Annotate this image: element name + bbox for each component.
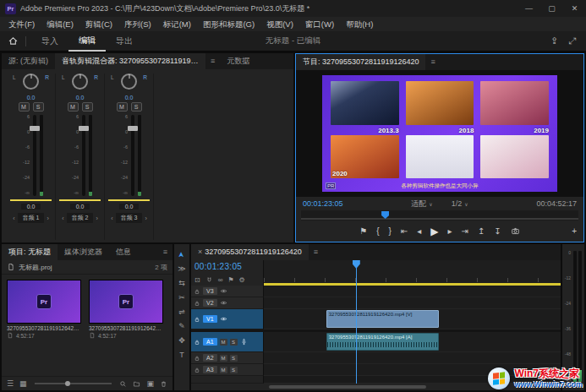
lock-icon[interactable]: [194, 339, 200, 346]
icon-view-button[interactable]: ▦: [19, 379, 27, 388]
ripple-edit-tool[interactable]: ⇆: [178, 280, 185, 287]
tab-info[interactable]: 信息: [109, 244, 138, 260]
selection-tool[interactable]: ➤: [178, 252, 185, 259]
tab-sequence[interactable]: ×32709553072811919126420: [191, 244, 309, 260]
menu-item-file[interactable]: 文件(F): [3, 17, 41, 31]
solo-button[interactable]: S: [230, 355, 238, 362]
clip-thumbnail[interactable]: Pr: [7, 280, 81, 324]
eye-icon[interactable]: [220, 299, 227, 307]
export-frame-button[interactable]: [511, 226, 520, 236]
fader-handle[interactable]: [79, 126, 89, 131]
new-item-button[interactable]: ▣: [146, 379, 154, 388]
menu-item-markers[interactable]: 标记(M): [157, 17, 197, 31]
program-scrubber[interactable]: [301, 210, 578, 220]
tab-source-monitor[interactable]: 源: (无剪辑): [2, 53, 55, 69]
menu-item-window[interactable]: 窗口(W): [299, 17, 340, 31]
fader-handle[interactable]: [30, 126, 40, 131]
project-item[interactable]: Pr 32709553072811919126420.mp4 4:52:17: [89, 280, 163, 371]
menu-item-sequence[interactable]: 序列(S): [118, 17, 157, 31]
panel-menu-icon[interactable]: ≡: [309, 244, 323, 260]
go-to-out-button[interactable]: ⇥: [462, 227, 468, 236]
lock-icon[interactable]: [194, 316, 200, 323]
slip-tool[interactable]: ⇌: [178, 308, 185, 316]
current-timecode[interactable]: 00:01:23:05: [303, 199, 375, 208]
solo-button[interactable]: S: [82, 102, 93, 112]
panel-menu-icon[interactable]: ≡: [425, 54, 440, 70]
hand-tool[interactable]: ✥: [178, 337, 185, 345]
track-header-a2[interactable]: A2 M S: [191, 352, 264, 364]
prev-track-icon[interactable]: ‹: [13, 215, 14, 221]
lock-icon[interactable]: [194, 288, 200, 295]
list-view-button[interactable]: ☰: [7, 379, 14, 388]
solo-button[interactable]: S: [33, 102, 44, 112]
linked-selection-icon[interactable]: ∞: [218, 276, 223, 284]
menu-item-edit[interactable]: 编辑(E): [41, 17, 79, 31]
track-name[interactable]: V1: [203, 315, 217, 323]
mic-icon[interactable]: [240, 338, 248, 346]
track-header-a1[interactable]: A1 M S: [191, 332, 264, 352]
track-v1-content[interactable]: 32709553072811919126420.mp4 [V]: [264, 309, 561, 329]
razor-tool[interactable]: ✂: [178, 294, 185, 302]
mute-button[interactable]: M: [220, 339, 227, 346]
add-marker-icon[interactable]: ⚑: [227, 276, 233, 284]
close-button[interactable]: ✕: [563, 0, 586, 17]
track-name[interactable]: A3: [203, 366, 217, 373]
clip-thumbnail[interactable]: Pr: [89, 280, 163, 324]
bin-name[interactable]: 无标题.proj: [19, 263, 52, 272]
play-button[interactable]: ▶: [430, 226, 438, 237]
prev-track-icon[interactable]: ‹: [62, 215, 63, 221]
menu-item-graphics[interactable]: 图形和标题(G): [197, 17, 260, 31]
audio-clip[interactable]: 32709553072811919126420.mp4 [A]: [326, 333, 439, 351]
minimize-button[interactable]: —: [518, 0, 540, 17]
tab-metadata[interactable]: 元数据: [220, 53, 256, 69]
fader-track[interactable]: [131, 115, 134, 196]
pan-knob[interactable]: [121, 74, 137, 90]
timeline-timecode[interactable]: 00:01:23:05: [194, 262, 260, 271]
step-forward-button[interactable]: ▸: [448, 227, 452, 236]
home-icon[interactable]: [0, 35, 25, 46]
track-header-v3[interactable]: V3: [191, 286, 264, 297]
mute-button[interactable]: M: [117, 102, 128, 112]
menu-item-view[interactable]: 视图(V): [260, 17, 299, 31]
snap-icon[interactable]: [205, 276, 213, 284]
panel-menu-icon[interactable]: ≡: [205, 53, 220, 69]
track-name[interactable]: V3: [203, 287, 217, 295]
workspace-tab-export[interactable]: 导出: [106, 32, 143, 51]
menu-item-clip[interactable]: 剪辑(C): [79, 17, 118, 31]
solo-button[interactable]: S: [131, 102, 142, 112]
workspace-tab-import[interactable]: 导入: [31, 32, 68, 51]
mute-button[interactable]: M: [68, 102, 79, 112]
tab-media-browser[interactable]: 媒体浏览器: [58, 244, 109, 260]
fader-handle[interactable]: [128, 126, 138, 131]
program-video-area[interactable]: 2013.3 2018 2019 2020 各种剪辑软件操作也是大同小异 PR: [296, 70, 583, 197]
project-item[interactable]: Pr 32709553072811919126420.mp4 4:52:17: [7, 280, 81, 371]
zoom-slider[interactable]: [35, 383, 112, 384]
track-a2-content[interactable]: [264, 352, 561, 364]
mark-out-button[interactable]: }: [389, 227, 392, 236]
solo-button[interactable]: S: [230, 367, 238, 373]
add-marker-button[interactable]: ⚑: [359, 227, 367, 236]
lock-icon[interactable]: [194, 300, 200, 307]
track-header-a3[interactable]: A3 M S: [191, 364, 264, 376]
type-tool[interactable]: T: [179, 351, 184, 359]
video-clip[interactable]: 32709553072811919126420.mp4 [V]: [326, 310, 439, 328]
timeline-ruler[interactable]: [264, 260, 561, 286]
track-v3-content[interactable]: [264, 286, 561, 297]
tab-program-monitor[interactable]: 节目: 32709553072811919126420: [296, 54, 425, 70]
track-v2-content[interactable]: [264, 297, 561, 309]
menu-item-help[interactable]: 帮助(H): [340, 17, 379, 31]
solo-button[interactable]: S: [230, 339, 238, 346]
button-editor-button[interactable]: +: [572, 227, 577, 236]
delete-button[interactable]: [160, 379, 167, 388]
timeline-settings-icon[interactable]: ⚙: [239, 276, 245, 284]
lock-icon[interactable]: [194, 355, 200, 362]
tab-audio-track-mixer[interactable]: 音轨剪辑混合器: 32709553072811919126420: [55, 53, 205, 69]
find-button[interactable]: [119, 379, 127, 388]
prev-track-icon[interactable]: ‹: [111, 215, 112, 221]
fader-track[interactable]: [33, 115, 36, 196]
maximize-button[interactable]: ▢: [540, 0, 563, 17]
scrollbar-handle[interactable]: [269, 385, 426, 389]
track-name[interactable]: A1: [203, 338, 217, 346]
track-header-v2[interactable]: V2: [191, 297, 264, 309]
lift-button[interactable]: ↥: [478, 227, 485, 236]
